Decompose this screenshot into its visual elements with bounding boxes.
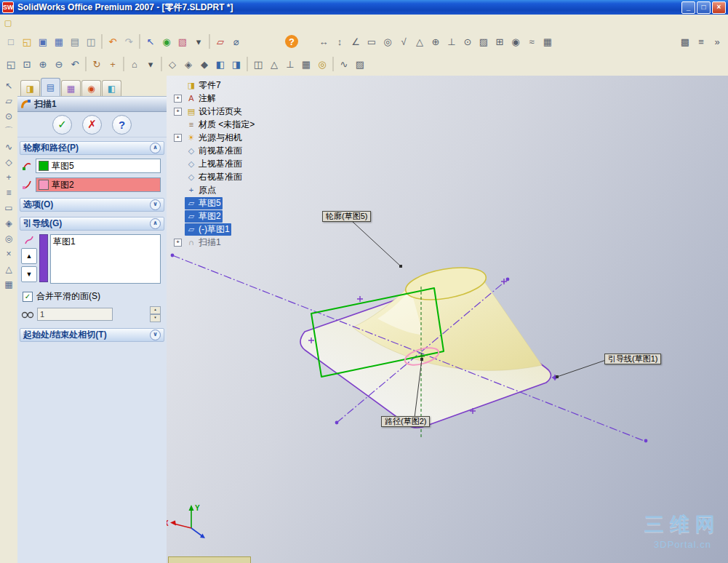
- spin-down-icon[interactable]: ▾: [150, 314, 161, 322]
- surface-finish-icon[interactable]: √: [396, 33, 412, 49]
- offset-tool-icon[interactable]: △: [1, 261, 16, 276]
- horizontal-dimension-icon[interactable]: ↔: [316, 33, 332, 49]
- section-start-end-tangency[interactable]: 起始处/结束处相切(T) ∨: [20, 328, 164, 342]
- spin-up-icon[interactable]: ▴: [150, 306, 161, 314]
- zoom-out-icon[interactable]: ⊖: [51, 56, 67, 72]
- realview-icon[interactable]: ◎: [314, 56, 330, 72]
- menu-view[interactable]: [36, 21, 47, 24]
- hidden-lines-visible-icon[interactable]: ◈: [180, 56, 196, 72]
- expander-icon[interactable]: +: [174, 239, 182, 247]
- rotate-view-icon[interactable]: ↻: [89, 56, 105, 72]
- save-all-icon[interactable]: ▦: [51, 33, 67, 49]
- toolbar-icon[interactable]: [332, 57, 334, 71]
- rectangle-tool-icon[interactable]: ▭: [1, 200, 16, 215]
- tab-featuremanager[interactable]: ◨: [20, 80, 40, 96]
- tab-propertymanager[interactable]: ▤: [41, 78, 60, 96]
- dropdown-arrow-icon[interactable]: ▾: [191, 33, 207, 49]
- balloon-icon[interactable]: ◎: [380, 33, 396, 49]
- tree-item-top-plane[interactable]: ◇ 上视基准面: [174, 157, 312, 170]
- minimize-button[interactable]: _: [681, 1, 695, 14]
- menu-help[interactable]: [118, 21, 128, 24]
- expander-icon[interactable]: +: [174, 134, 182, 142]
- help-button[interactable]: ?: [112, 115, 132, 135]
- angle-dimension-icon[interactable]: ∠: [348, 33, 364, 49]
- section-count-input[interactable]: [37, 308, 113, 321]
- expander-icon[interactable]: +: [174, 95, 182, 103]
- callout-guide-curve[interactable]: 引导线(草图1): [604, 354, 661, 364]
- print-preview-icon[interactable]: ◫: [83, 33, 99, 49]
- menu-featureworks[interactable]: [97, 21, 108, 24]
- chevron-down-icon[interactable]: ∨: [150, 199, 161, 210]
- vertical-dimension-icon[interactable]: ↕: [332, 33, 348, 49]
- rebuild-icon[interactable]: ◉: [159, 33, 175, 49]
- tab-configurationmanager[interactable]: ▦: [61, 80, 81, 96]
- revision-cloud-icon[interactable]: ≈: [524, 33, 540, 49]
- tree-item-lights-cameras[interactable]: + ☀ 光源与相机: [174, 131, 312, 144]
- hidden-lines-removed-icon[interactable]: ◆: [196, 56, 212, 72]
- menu-maidi-tools[interactable]: [77, 21, 87, 24]
- views-dropdown-icon[interactable]: ▾: [143, 56, 159, 72]
- tree-item-material[interactable]: ≡ 材质 <未指定>: [174, 118, 312, 131]
- normal-to-icon[interactable]: ⊥: [282, 56, 298, 72]
- tree-item-sweep1[interactable]: + ∩ 扫描1: [174, 236, 312, 249]
- maximize-button[interactable]: □: [697, 1, 711, 14]
- fillet-tool-icon[interactable]: ◎: [1, 231, 16, 246]
- smart-dimension-icon[interactable]: ⌀: [228, 33, 244, 49]
- toolbar-icon[interactable]: [209, 34, 210, 49]
- point-tool-icon[interactable]: +: [1, 169, 16, 185]
- graphics-viewport[interactable]: Y X ◨ 零件7 + A 注解 +: [167, 76, 728, 563]
- toolbox-panel-icon[interactable]: ▩: [677, 33, 693, 49]
- toolbar-icon[interactable]: [161, 57, 162, 71]
- draft-analysis-icon[interactable]: ▨: [352, 56, 368, 72]
- section-count-spinner[interactable]: ▴ ▾: [150, 306, 161, 322]
- callout-profile[interactable]: 轮廓(草图5): [322, 211, 371, 222]
- move-down-button[interactable]: ▼: [21, 266, 37, 282]
- move-up-button[interactable]: ▲: [21, 248, 37, 264]
- path-field[interactable]: 草图2: [36, 177, 161, 192]
- toolbar-icon[interactable]: [101, 34, 103, 49]
- tree-item-sketch5[interactable]: ▱ 草图5: [174, 196, 312, 209]
- merge-faces-checkbox[interactable]: ✓: [23, 292, 33, 302]
- center-mark-icon[interactable]: ⊙: [460, 33, 476, 49]
- zoom-area-icon[interactable]: ⊡: [19, 56, 35, 72]
- note-icon[interactable]: ▭: [364, 33, 380, 49]
- circle-tool-icon[interactable]: ⊙: [1, 108, 16, 124]
- shaded-icon[interactable]: ◨: [228, 56, 244, 72]
- zoom-in-icon[interactable]: ⊕: [35, 56, 51, 72]
- view-orientation-icon[interactable]: ⌂: [127, 56, 143, 72]
- datum-feature-icon[interactable]: ⊥: [444, 33, 460, 49]
- tab-dimxpertmanager[interactable]: ◉: [81, 80, 101, 96]
- close-button[interactable]: ×: [712, 1, 726, 14]
- spline-tool-icon[interactable]: ∿: [1, 139, 16, 154]
- tree-item-part[interactable]: ◨ 零件7: [174, 79, 312, 92]
- zoom-to-fit-icon[interactable]: ◱: [3, 56, 19, 72]
- menu-toolbox[interactable]: [67, 21, 77, 24]
- undo-icon[interactable]: ↶: [105, 33, 121, 49]
- tree-item-front-plane[interactable]: ◇ 前视基准面: [174, 144, 312, 157]
- polygon-tool-icon[interactable]: ◇: [1, 154, 16, 169]
- profile-field[interactable]: 草图5: [36, 159, 161, 173]
- chevron-up-icon[interactable]: ∧: [150, 218, 161, 229]
- menu-photoworks[interactable]: [87, 21, 97, 24]
- toolbar-icon[interactable]: [247, 57, 248, 71]
- toolbar-icon[interactable]: [123, 57, 124, 71]
- sketch-icon[interactable]: ▱: [212, 33, 228, 49]
- trim-tool-icon[interactable]: ×: [1, 246, 16, 261]
- apply-scene-icon[interactable]: ▦: [298, 56, 314, 72]
- table-icon[interactable]: ▦: [540, 33, 556, 49]
- tree-item-sketch1[interactable]: ▱ (-)草图1: [174, 223, 312, 236]
- section-guide-curves[interactable]: 引导线(G) ∧: [20, 217, 164, 231]
- callout-path[interactable]: 路径(草图2): [381, 416, 430, 427]
- area-hatch-icon[interactable]: ▨: [476, 33, 492, 49]
- minimized-window-stub[interactable]: [168, 556, 251, 563]
- arc-tool-icon[interactable]: ⌒: [1, 124, 16, 139]
- open-file-icon[interactable]: ◱: [19, 33, 35, 49]
- section-view-icon[interactable]: ◫: [250, 56, 266, 72]
- cancel-button[interactable]: ✗: [82, 115, 102, 135]
- guide-curves-list[interactable]: 草图1: [50, 234, 161, 284]
- perspective-icon[interactable]: △: [266, 56, 282, 72]
- options-icon[interactable]: ≡: [693, 33, 709, 49]
- chevron-up-icon[interactable]: ∧: [150, 143, 161, 153]
- new-file-icon[interactable]: □: [3, 33, 19, 49]
- section-profile-path[interactable]: 轮廓和路径(P) ∧: [20, 141, 164, 155]
